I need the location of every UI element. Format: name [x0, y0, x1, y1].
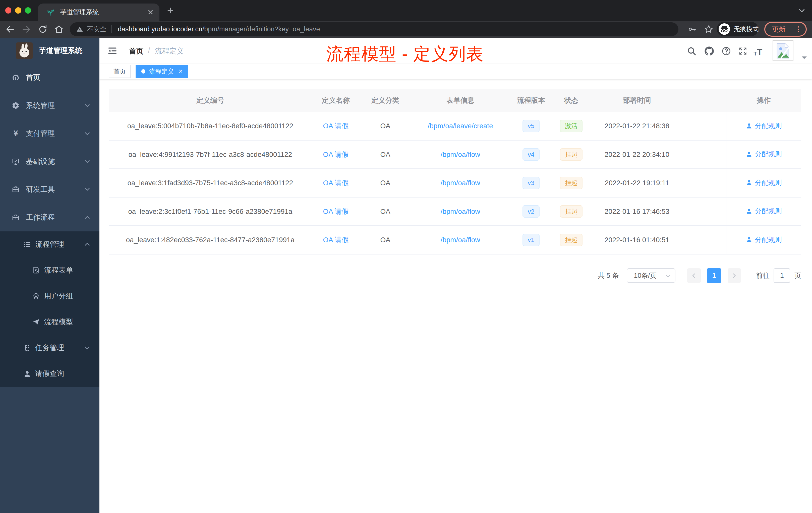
form-info-link[interactable]: /bpm/oa/flow [441, 179, 480, 187]
tags-view-bar: 首页 流程定义 × [99, 64, 812, 79]
browser-toolbar: 不安全 dashboard.yudao.iocoder.cn/bpm/manag… [0, 21, 812, 38]
new-tab-button[interactable] [166, 6, 175, 15]
sidebar-item-system-management[interactable]: 系统管理 [0, 92, 99, 119]
page-size-select[interactable]: 10条/页 [627, 268, 675, 283]
update-label: 更新 [772, 25, 795, 34]
next-page-button[interactable] [728, 268, 741, 283]
active-tag-dot [141, 69, 146, 73]
sidebar-item-label: 工作流程 [26, 212, 55, 222]
assign-rule-button[interactable]: 分配规则 [746, 207, 782, 216]
sidebar-item-user-group[interactable]: 用户分组 [0, 283, 99, 309]
sidebar-item-process-model[interactable]: 流程模型 [0, 309, 99, 335]
tag-process-definition[interactable]: 流程定义 × [136, 65, 188, 78]
browser-tab[interactable]: 芋道管理系统 [38, 3, 160, 21]
assign-rule-button[interactable]: 分配规则 [746, 178, 782, 187]
window-close-button[interactable] [5, 7, 11, 13]
chevron-down-icon [84, 158, 91, 165]
assign-rule-button[interactable]: 分配规则 [746, 235, 782, 244]
sidebar-item-label: 请假查询 [35, 369, 64, 379]
chrome-update-button[interactable]: 更新 [764, 22, 807, 37]
sidebar-item-infrastructure[interactable]: 基础设施 [0, 148, 99, 175]
window-zoom-button[interactable] [25, 7, 31, 13]
bookmark-star-icon[interactable] [704, 24, 714, 34]
password-key-icon[interactable] [688, 25, 696, 34]
definition-name-link[interactable]: OA 请假 [323, 236, 349, 244]
tab-search-icon[interactable] [798, 7, 806, 14]
definition-name-link[interactable]: OA 请假 [323, 151, 349, 158]
tab-close-icon[interactable] [147, 8, 154, 16]
app-logo-row[interactable]: 芋道管理系统 [0, 38, 99, 64]
definition-name-link[interactable]: OA 请假 [323, 208, 349, 215]
sidebar-item-workflow[interactable]: 工作流程 [0, 204, 99, 232]
home-icon[interactable] [54, 24, 64, 34]
deploy-time-cell: 2022-01-22 19:19:11 [590, 169, 684, 197]
browser-tab-strip: 芋道管理系统 [0, 0, 812, 21]
form-info-cell: /bpm/oa/flow [411, 225, 510, 254]
form-info-link[interactable]: /bpm/oa/flow [441, 236, 480, 244]
back-icon[interactable] [5, 24, 15, 34]
url-domain: dashboard.yudao.iocoder.cn [118, 25, 202, 33]
font-size-icon[interactable]: TT [754, 45, 767, 56]
main-area: 首页 / 流程定义 流程模型 - 定义列表 TT 首页 流程定义 × [99, 38, 812, 513]
col-form-info: 表单信息 [411, 89, 510, 112]
hamburger-icon[interactable] [107, 46, 117, 56]
paper-plane-icon [32, 318, 40, 326]
page-size-value: 10条/页 [634, 271, 657, 280]
tag-close-icon[interactable]: × [178, 67, 182, 75]
address-bar[interactable]: 不安全 dashboard.yudao.iocoder.cn/bpm/manag… [70, 22, 678, 36]
user-icon [23, 370, 31, 378]
sidebar-item-label: 流程表单 [44, 265, 73, 275]
assign-rule-button[interactable]: 分配规则 [746, 150, 782, 159]
col-process-version: 流程版本 [510, 89, 552, 112]
chevron-down-icon [84, 186, 91, 193]
sidebar-item-payment-management[interactable]: ¥支付管理 [0, 119, 99, 147]
assign-rule-label: 分配规则 [755, 150, 782, 159]
sidebar-item-process-management[interactable]: 流程管理 [0, 232, 99, 257]
col-definition-category: 定义分类 [360, 89, 410, 112]
current-page-button[interactable]: 1 [707, 268, 721, 283]
definition-category-cell: OA [360, 140, 410, 169]
sidebar-item-leave-query[interactable]: 请假查询 [0, 361, 99, 387]
security-label: 不安全 [87, 25, 107, 34]
avatar[interactable] [773, 40, 793, 61]
breadcrumb-home[interactable]: 首页 [129, 46, 144, 56]
window-minimize-button[interactable] [15, 7, 21, 13]
sidebar-item-dev-tools[interactable]: 研发工具 [0, 175, 99, 203]
help-icon[interactable] [721, 46, 731, 56]
table-row: oa_leave:5:004b710b-7b8a-11ec-8ef0-acde4… [109, 112, 801, 140]
forward-icon[interactable] [21, 24, 31, 34]
form-info-cell: /bpm/oa/flow [411, 140, 510, 169]
form-info-link[interactable]: /bpm/oa/flow [441, 208, 480, 215]
definition-name-link[interactable]: OA 请假 [323, 122, 349, 130]
fullscreen-icon[interactable] [738, 46, 748, 56]
user-icon [746, 151, 753, 158]
tag-home[interactable]: 首页 [109, 65, 130, 78]
definition-name-cell: OA 请假 [312, 112, 360, 140]
avatar-caret-icon[interactable] [802, 57, 807, 61]
sidebar-item-home[interactable]: 首页 [0, 64, 99, 92]
sidebar-item-process-form[interactable]: 流程表单 [0, 257, 99, 283]
version-cell: v1 [510, 225, 552, 254]
actions-cell: 分配规则 [726, 112, 801, 140]
version-badge: v4 [522, 148, 539, 161]
sidebar-item-label: 任务管理 [35, 343, 64, 353]
status-badge: 挂起 [560, 205, 583, 218]
navbar: 首页 / 流程定义 流程模型 - 定义列表 TT [99, 38, 812, 64]
status-cell: 挂起 [552, 140, 590, 169]
browser-menu-icon[interactable] [795, 26, 802, 33]
status-badge: 挂起 [560, 148, 583, 161]
goto-page-input[interactable] [774, 268, 790, 283]
form-info-link[interactable]: /bpm/oa/flow [441, 151, 480, 158]
sidebar-item-task-management[interactable]: 任务管理 [0, 335, 99, 361]
prev-page-button[interactable] [687, 268, 701, 283]
github-icon[interactable] [704, 46, 715, 57]
reload-icon[interactable] [38, 24, 48, 34]
col-deploy-time: 部署时间 [590, 89, 684, 112]
dashboard-icon [12, 74, 20, 82]
definition-id-cell: oa_leave:3:1fad3d93-7b75-11ec-a3c8-acde4… [109, 169, 312, 197]
definition-name-link[interactable]: OA 请假 [323, 179, 349, 187]
search-icon[interactable] [687, 46, 696, 56]
form-info-link[interactable]: /bpm/oa/leave/create [428, 122, 493, 130]
table-body: oa_leave:5:004b710b-7b8a-11ec-8ef0-acde4… [109, 112, 801, 254]
assign-rule-button[interactable]: 分配规则 [746, 121, 782, 130]
